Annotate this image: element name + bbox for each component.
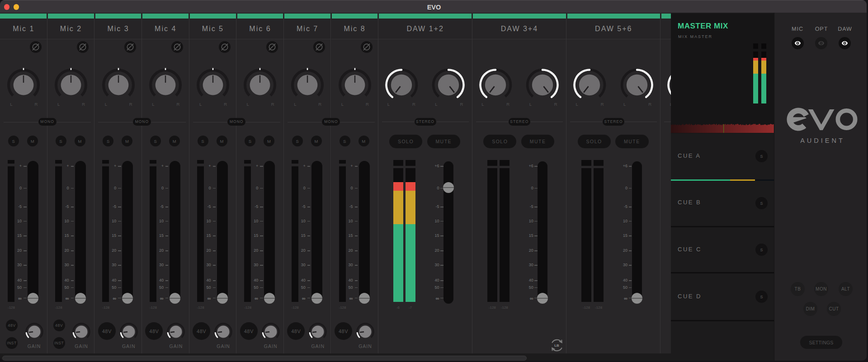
svg-text:LB: LB bbox=[554, 343, 559, 348]
